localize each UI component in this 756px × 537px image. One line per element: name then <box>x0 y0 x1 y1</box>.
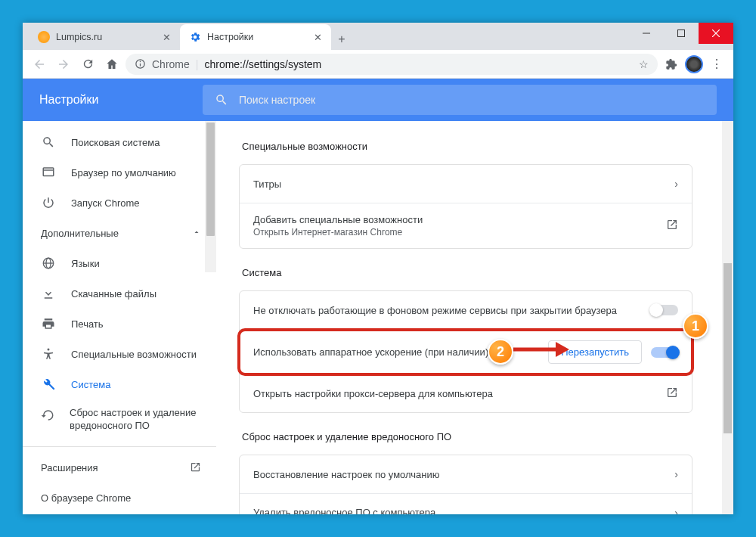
tab-settings[interactable]: Настройки ✕ <box>180 24 331 50</box>
sidebar-item-search-engine[interactable]: Поисковая система <box>23 127 216 157</box>
sidebar-label: Специальные возможности <box>71 349 197 360</box>
sidebar-item-accessibility[interactable]: Специальные возможности <box>23 339 216 369</box>
search-placeholder: Поиск настроек <box>239 94 315 106</box>
row-add-accessibility[interactable]: Добавить специальные возможности Открыть… <box>240 203 692 248</box>
sidebar-label: Браузер по умолчанию <box>71 167 176 178</box>
forward-button[interactable] <box>53 54 74 75</box>
svg-rect-7 <box>43 168 54 176</box>
sidebar-link-about[interactable]: О браузере Chrome <box>23 483 216 514</box>
main-panel: Специальные возможности Титры › Добавить… <box>216 121 733 514</box>
sidebar-item-default-browser[interactable]: Браузер по умолчанию <box>23 157 216 188</box>
row-restore-defaults[interactable]: Восстановление настроек по умолчанию › <box>240 455 692 493</box>
site-info-icon <box>135 58 146 70</box>
star-icon[interactable]: ☆ <box>639 58 649 70</box>
print-icon <box>41 317 56 331</box>
settings-content: Поисковая система Браузер по умолчанию З… <box>23 121 733 514</box>
addr-url: chrome://settings/system <box>204 58 321 70</box>
menu-icon[interactable]: ⋮ <box>706 54 727 75</box>
toggle-hardware-accel[interactable] <box>651 347 678 358</box>
sidebar-scrollbar[interactable] <box>205 121 216 272</box>
card-reset: Восстановление настроек по умолчанию › У… <box>239 455 692 514</box>
sidebar-divider <box>23 446 216 447</box>
search-icon <box>41 135 56 149</box>
home-button[interactable] <box>101 54 122 75</box>
annotation-callout-1: 1 <box>683 313 708 339</box>
extensions-icon[interactable] <box>661 54 682 75</box>
external-link-icon <box>666 219 678 234</box>
card-system: Не отключать работающие в фоновом режиме… <box>239 290 692 413</box>
main-scrollbar[interactable] <box>722 121 733 514</box>
card-accessibility: Титры › Добавить специальные возможности… <box>239 164 692 249</box>
close-button[interactable] <box>699 23 733 44</box>
toolbar: Chrome | chrome://settings/system ☆ ⋮ <box>23 50 733 79</box>
favicon-icon <box>38 31 50 43</box>
window-controls <box>629 23 733 44</box>
sidebar-item-system[interactable]: Система <box>23 369 216 399</box>
sidebar-section-advanced[interactable]: Дополнительные <box>23 218 216 248</box>
tab-title: Настройки <box>207 32 308 42</box>
sidebar-label: Сброс настроек и удаление вредоносного П… <box>70 407 204 433</box>
section-title-system: Система <box>242 267 724 278</box>
sidebar-item-downloads[interactable]: Скачанные файлы <box>23 278 216 309</box>
row-background[interactable]: Не отключать работающие в фоновом режиме… <box>240 291 692 329</box>
toggle-background[interactable] <box>651 305 678 315</box>
tab-title: Lumpics.ru <box>56 32 156 42</box>
svg-point-12 <box>48 349 50 351</box>
section-title-reset: Сброс настроек и удаление вредоносного П… <box>242 431 724 442</box>
sidebar-item-printing[interactable]: Печать <box>23 309 216 339</box>
sidebar-item-languages[interactable]: Языки <box>23 248 216 278</box>
search-icon <box>215 93 228 107</box>
chevron-up-icon <box>192 228 201 239</box>
sidebar-label: Печать <box>71 318 104 330</box>
wrench-icon <box>41 377 56 391</box>
row-cleanup[interactable]: Удалить вредоносное ПО с компьютера › <box>240 493 692 514</box>
section-title-accessibility: Специальные возможности <box>242 141 724 152</box>
chevron-right-icon: › <box>674 178 678 190</box>
download-icon <box>41 287 56 300</box>
profile-avatar[interactable] <box>685 55 703 73</box>
close-tab-icon[interactable]: ✕ <box>163 32 171 43</box>
svg-marker-14 <box>556 342 569 357</box>
sidebar-label: Скачанные файлы <box>71 288 156 300</box>
annotation-callout-2: 2 <box>488 339 513 365</box>
row-captions[interactable]: Титры › <box>240 165 692 203</box>
settings-header: Настройки Поиск настроек <box>23 79 733 121</box>
back-button[interactable] <box>29 54 50 75</box>
maximize-button[interactable] <box>664 23 699 44</box>
globe-icon <box>41 256 56 270</box>
sidebar: Поисковая система Браузер по умолчанию З… <box>23 121 216 514</box>
settings-title: Настройки <box>23 93 203 107</box>
sidebar-item-startup[interactable]: Запуск Chrome <box>23 188 216 218</box>
sidebar-item-reset[interactable]: Сброс настроек и удаление вредоносного П… <box>23 399 216 440</box>
settings-favicon-icon <box>189 31 201 43</box>
sidebar-label: Запуск Chrome <box>71 197 140 209</box>
settings-search[interactable]: Поиск настроек <box>203 85 717 115</box>
sidebar-link-extensions[interactable]: Расширения <box>23 453 216 483</box>
reload-button[interactable] <box>77 54 98 75</box>
restore-icon <box>41 408 54 422</box>
row-proxy[interactable]: Открыть настройки прокси-сервера для ком… <box>240 374 692 412</box>
accessibility-icon <box>41 347 56 361</box>
chevron-right-icon: › <box>674 507 678 515</box>
addr-scheme: Chrome <box>152 58 190 70</box>
minimize-button[interactable] <box>629 23 664 44</box>
chevron-right-icon: › <box>674 468 678 480</box>
sidebar-label: Языки <box>71 258 100 269</box>
tab-strip: Lumpics.ru ✕ Настройки ✕ + <box>23 23 733 50</box>
power-icon <box>41 196 56 210</box>
tab-lumpics[interactable]: Lumpics.ru ✕ <box>29 24 180 50</box>
close-tab-icon[interactable]: ✕ <box>314 32 322 43</box>
sidebar-label: Система <box>71 379 110 390</box>
annotation-arrow <box>513 340 569 362</box>
browser-icon <box>41 166 56 179</box>
browser-window: Lumpics.ru ✕ Настройки ✕ + Chrome | chro… <box>23 23 733 514</box>
row-hardware-acceleration[interactable]: Использовать аппаратное ускорение (при н… <box>240 329 692 374</box>
sidebar-label: Поисковая система <box>71 137 160 148</box>
external-link-icon <box>666 386 678 402</box>
external-link-icon <box>190 461 201 475</box>
new-tab-button[interactable]: + <box>331 29 352 50</box>
svg-rect-1 <box>678 30 685 37</box>
address-bar[interactable]: Chrome | chrome://settings/system ☆ <box>125 54 658 75</box>
